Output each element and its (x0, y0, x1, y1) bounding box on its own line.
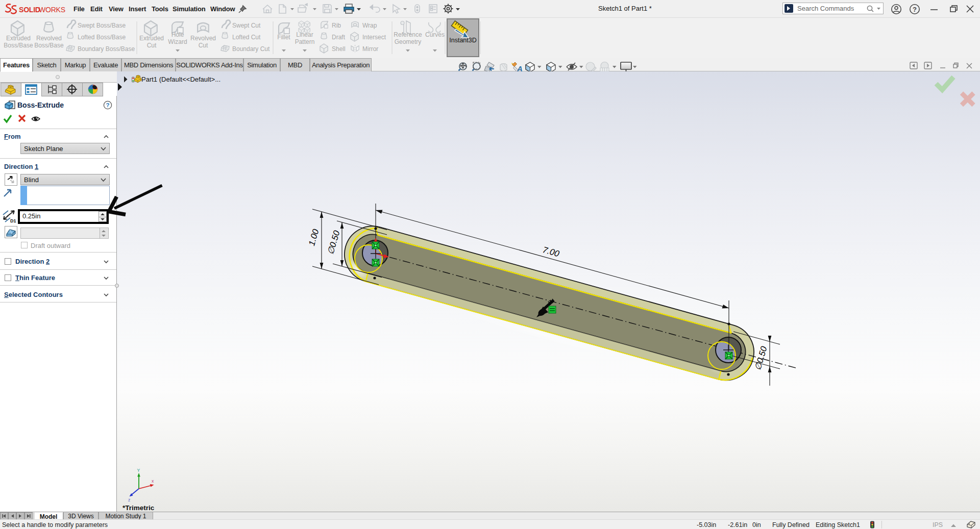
svg-text:Linear: Linear (296, 31, 313, 38)
svg-text:Extruded: Extruded (6, 35, 31, 42)
svg-text:Boundary Cut: Boundary Cut (232, 45, 270, 53)
svg-text:Rib: Rib (332, 22, 341, 29)
svg-text:Lofted Cut: Lofted Cut (232, 34, 261, 41)
svg-text:Shell: Shell (332, 45, 346, 53)
svg-text:Intersect: Intersect (362, 34, 386, 41)
svg-text:?: ? (913, 6, 917, 13)
svg-text:1.00: 1.00 (307, 228, 321, 247)
svg-text:z: z (128, 497, 130, 502)
svg-text:Mirror: Mirror (362, 45, 378, 53)
svg-text:Geometry: Geometry (395, 38, 422, 45)
svg-text:*Trimetric: *Trimetric (122, 504, 155, 512)
svg-text:∅0.50: ∅0.50 (326, 229, 342, 256)
svg-text:Part1 (Default<<Default>...: Part1 (Default<<Default>... (141, 75, 220, 83)
svg-text:Y: Y (137, 468, 140, 473)
svg-text:SOLID: SOLID (19, 6, 40, 14)
svg-text:Draft: Draft (332, 34, 346, 41)
svg-text:Boss/Base: Boss/Base (4, 42, 33, 49)
svg-text:WORKS: WORKS (39, 6, 65, 14)
svg-text:Boss/Base: Boss/Base (34, 42, 64, 49)
svg-text:Swept Cut: Swept Cut (232, 22, 261, 29)
svg-text:Revolved: Revolved (36, 35, 62, 42)
svg-text:Cut: Cut (199, 42, 208, 49)
svg-text:Boundary Boss/Base: Boundary Boss/Base (78, 45, 135, 53)
svg-text:∅0.50: ∅0.50 (753, 345, 769, 371)
svg-text:Wizard: Wizard (168, 38, 187, 45)
svg-text:Fillet: Fillet (277, 34, 290, 41)
svg-text:Lofted Boss/Base: Lofted Boss/Base (78, 34, 126, 41)
svg-text:x: x (152, 478, 154, 484)
svg-text:Pattern: Pattern (295, 38, 315, 45)
svg-text:Revolved: Revolved (190, 35, 216, 42)
svg-text:Hole: Hole (172, 31, 184, 38)
svg-text:Instant3D: Instant3D (449, 37, 477, 44)
svg-text:Extruded: Extruded (139, 35, 164, 42)
svg-text:Reference: Reference (394, 31, 422, 38)
svg-text:Curves: Curves (425, 31, 445, 38)
svg-text:Cut: Cut (147, 42, 157, 49)
svg-text:Swept Boss/Base: Swept Boss/Base (78, 22, 126, 29)
svg-text:Wrap: Wrap (362, 22, 377, 29)
